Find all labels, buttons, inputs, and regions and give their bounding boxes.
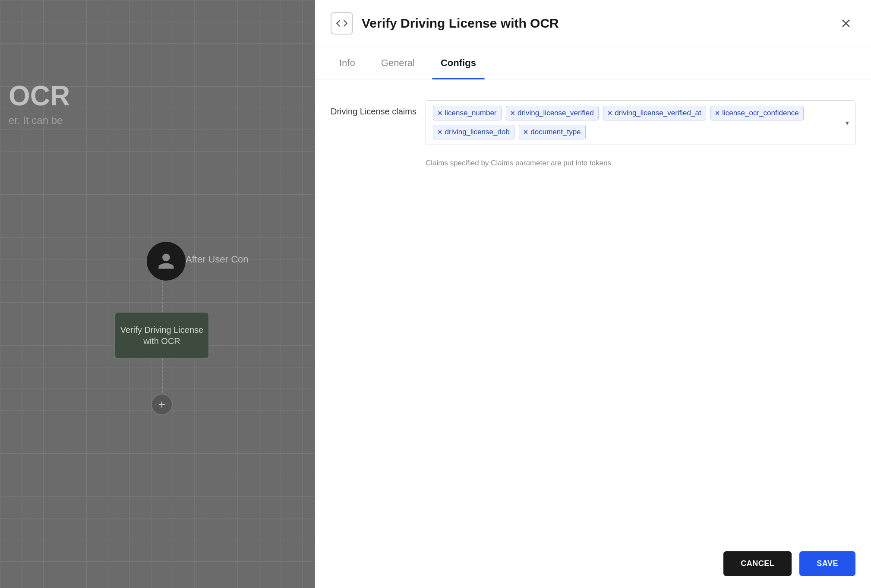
modal-footer: CANCEL SAVE — [315, 539, 871, 588]
driving-license-claims-row: Driving License claims × license_number … — [331, 100, 855, 145]
tab-configs[interactable]: Configs — [432, 47, 485, 79]
plus-icon: + — [158, 398, 165, 411]
tag-driving-license-dob[interactable]: × driving_license_dob — [433, 125, 514, 139]
modal-panel: Verify Driving License with OCR Info Gen… — [315, 0, 871, 588]
tag-remove-driving-license-verified-at[interactable]: × — [608, 109, 612, 117]
code-icon-button[interactable] — [331, 12, 353, 35]
connector-top — [162, 281, 163, 312]
tag-license-number[interactable]: × license_number — [433, 106, 502, 120]
driving-license-claims-label: Driving License claims — [331, 100, 426, 117]
modal-header: Verify Driving License with OCR — [315, 0, 871, 47]
tag-remove-license-ocr-confidence[interactable]: × — [715, 109, 720, 117]
background-ocr-text: OCR — [9, 80, 70, 112]
tag-driving-license-verified[interactable]: × driving_license_verified — [506, 106, 599, 120]
tag-remove-document-type[interactable]: × — [524, 128, 528, 136]
tag-remove-driving-license-verified[interactable]: × — [511, 109, 515, 117]
modal-content: Driving License claims × license_number … — [315, 79, 871, 539]
verify-driving-node[interactable]: Verify Driving License with OCR — [114, 312, 209, 359]
workflow-user-node: After User Con — [147, 242, 186, 281]
save-button[interactable]: SAVE — [799, 551, 855, 576]
tab-info[interactable]: Info — [331, 47, 364, 79]
background-sub-text: er. It can be — [9, 114, 63, 126]
tag-license-ocr-confidence[interactable]: × license_ocr_confidence — [710, 106, 804, 120]
cancel-button[interactable]: CANCEL — [723, 551, 792, 576]
code-brackets-icon — [336, 17, 348, 29]
tab-general[interactable]: General — [372, 47, 423, 79]
tag-driving-license-verified-at[interactable]: × driving_license_verified_at — [603, 106, 706, 120]
tag-remove-license-number[interactable]: × — [438, 109, 442, 117]
user-avatar — [147, 242, 186, 281]
verify-node-label: Verify Driving License with OCR — [115, 324, 208, 347]
close-button[interactable] — [836, 14, 855, 33]
modal-tabs: Info General Configs — [315, 47, 871, 79]
person-icon — [157, 252, 176, 271]
tag-remove-driving-license-dob[interactable]: × — [438, 128, 442, 136]
connector-bottom — [162, 358, 163, 393]
claims-helper-text: Claims specified by Claims parameter are… — [426, 159, 855, 168]
after-user-label: After User Con — [186, 254, 249, 265]
close-icon — [839, 16, 853, 30]
modal-title: Verify Driving License with OCR — [362, 16, 836, 31]
tag-document-type[interactable]: × document_type — [519, 125, 586, 139]
tags-dropdown-arrow[interactable]: ▾ — [846, 119, 849, 127]
add-node-button[interactable]: + — [151, 394, 173, 415]
claims-tags-input[interactable]: × license_number × driving_license_verif… — [426, 100, 855, 145]
